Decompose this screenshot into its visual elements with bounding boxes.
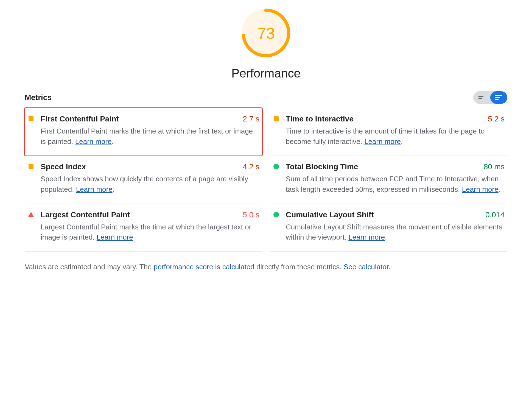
footnote: Values are estimated and may vary. The p… bbox=[25, 262, 507, 272]
performance-hero: 73 Performance bbox=[25, 8, 507, 80]
view-expanded-button[interactable] bbox=[490, 91, 507, 104]
svg-rect-4 bbox=[495, 95, 502, 96]
metric-card: Time to Interactive5.2 sTime to interact… bbox=[270, 108, 507, 156]
metric-value: 2.7 s bbox=[237, 115, 259, 123]
expanded-view-icon bbox=[495, 95, 502, 100]
metrics-header: Metrics bbox=[25, 91, 507, 108]
learn-more-link[interactable]: Learn more bbox=[76, 185, 113, 193]
view-toggle bbox=[473, 91, 507, 104]
metric-value: 4.2 s bbox=[237, 162, 259, 171]
metric-description: Sum of all time periods between FCP and … bbox=[286, 174, 505, 195]
svg-rect-2 bbox=[478, 96, 483, 97]
metric-title: Total Blocking Time bbox=[286, 162, 358, 171]
metric-value: 5.2 s bbox=[482, 115, 505, 123]
learn-more-link[interactable]: Learn more bbox=[75, 137, 112, 146]
footnote-text: Values are estimated and may vary. The bbox=[25, 263, 154, 271]
metrics-heading: Metrics bbox=[25, 93, 52, 102]
metric-card: Total Blocking Time80 msSum of all time … bbox=[270, 156, 507, 204]
metric-title: Cumulative Layout Shift bbox=[286, 210, 374, 219]
section-title: Performance bbox=[231, 66, 301, 80]
square-status-icon bbox=[28, 163, 34, 170]
learn-more-link[interactable]: Learn more bbox=[462, 185, 499, 193]
see-calculator-link[interactable]: See calculator. bbox=[344, 263, 391, 271]
learn-more-link[interactable]: Learn more bbox=[364, 137, 401, 146]
footnote-text: directly from these metrics. bbox=[254, 263, 344, 271]
metric-card: Speed Index4.2 sSpeed Index shows how qu… bbox=[25, 156, 262, 204]
score-gauge: 73 bbox=[241, 8, 291, 58]
view-compact-button[interactable] bbox=[473, 91, 490, 104]
metric-card: Cumulative Layout Shift0.014Cumulative L… bbox=[270, 204, 507, 252]
learn-more-link[interactable]: Learn more bbox=[97, 233, 133, 241]
compact-view-icon bbox=[478, 95, 485, 100]
triangle-status-icon bbox=[28, 212, 34, 218]
metric-card: First Contentful Paint2.7 sFirst Content… bbox=[25, 108, 262, 156]
svg-rect-3 bbox=[478, 98, 482, 99]
metric-value: 5.0 s bbox=[237, 210, 259, 219]
metrics-grid: First Contentful Paint2.7 sFirst Content… bbox=[25, 108, 507, 252]
metric-description: Cumulative Layout Shift measures the mov… bbox=[286, 222, 505, 243]
metric-title: Time to Interactive bbox=[286, 115, 354, 123]
svg-rect-5 bbox=[495, 97, 500, 98]
learn-more-link[interactable]: Learn more bbox=[348, 233, 385, 241]
svg-rect-6 bbox=[495, 99, 499, 100]
square-status-icon bbox=[28, 116, 34, 122]
metric-description: Largest Contentful Paint marks the time … bbox=[41, 222, 259, 243]
circle-status-icon bbox=[273, 163, 279, 170]
metric-description: Speed Index shows how quickly the conten… bbox=[41, 174, 259, 195]
metric-value: 80 ms bbox=[478, 162, 505, 171]
metric-value: 0.014 bbox=[480, 210, 505, 219]
metric-title: Largest Contentful Paint bbox=[41, 210, 130, 219]
square-status-icon bbox=[273, 116, 279, 122]
score-calc-link[interactable]: performance score is calculated bbox=[154, 263, 254, 271]
metric-description: Time to interactive is the amount of tim… bbox=[286, 126, 505, 147]
score-value: 73 bbox=[241, 8, 291, 58]
metric-title: First Contentful Paint bbox=[41, 115, 119, 123]
metric-card: Largest Contentful Paint5.0 sLargest Con… bbox=[25, 204, 262, 252]
metric-description: First Contentful Paint marks the time at… bbox=[41, 126, 259, 147]
metric-title: Speed Index bbox=[41, 162, 86, 171]
circle-status-icon bbox=[273, 212, 279, 218]
